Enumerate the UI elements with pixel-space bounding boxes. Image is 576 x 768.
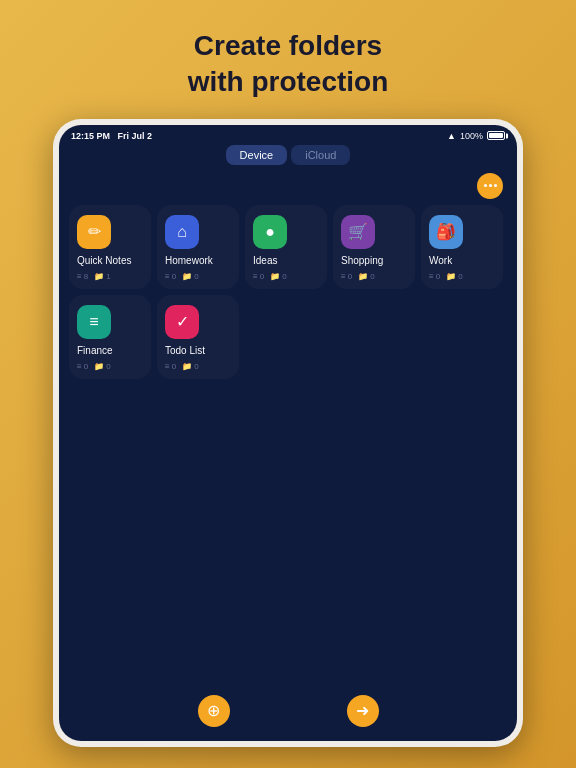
folder-name-work: Work [429,255,452,266]
folder-icon-shopping: 🛒 [341,215,375,249]
folder-meta-homework: ≡ 0 📁 0 [165,272,199,281]
folder-name-quick-notes: Quick Notes [77,255,131,266]
notes-count-homework: ≡ 0 [165,272,176,281]
folder-meta-shopping: ≡ 0 📁 0 [341,272,375,281]
headline-title: Create folders with protection [188,28,389,101]
add-note-button[interactable]: ⊕ [198,695,230,727]
subfolders-count-quick-notes: 📁 1 [94,272,110,281]
ipad-frame: 12:15 PM Fri Jul 2 ▲ 100% Device iCloud [53,119,523,747]
subfolders-count-ideas: 📁 0 [270,272,286,281]
subfolders-count-work: 📁 0 [446,272,462,281]
ipad-screen: 12:15 PM Fri Jul 2 ▲ 100% Device iCloud [59,125,517,741]
tab-icloud[interactable]: iCloud [291,145,350,165]
folder-name-ideas: Ideas [253,255,277,266]
notes-count-finance: ≡ 0 [77,362,88,371]
status-bar: 12:15 PM Fri Jul 2 ▲ 100% [59,125,517,145]
wifi-icon: ▲ [447,131,456,141]
folders-grid: ✏ Quick Notes ≡ 8 📁 1 ⌂ Homework ≡ [59,205,517,379]
folder-card-ideas[interactable]: ● Ideas ≡ 0 📁 0 [245,205,327,289]
subfolders-count-todo-list: 📁 0 [182,362,198,371]
subfolders-count-homework: 📁 0 [182,272,198,281]
tab-device[interactable]: Device [226,145,288,165]
folder-card-work[interactable]: 🎒 Work ≡ 0 📁 0 [421,205,503,289]
tab-bar: Device iCloud [59,145,517,171]
folder-name-shopping: Shopping [341,255,383,266]
folder-name-homework: Homework [165,255,213,266]
folder-card-todo-list[interactable]: ✓ Todo List ≡ 0 📁 0 [157,295,239,379]
notes-count-todo-list: ≡ 0 [165,362,176,371]
headline: Create folders with protection [188,28,389,101]
folder-name-todo-list: Todo List [165,345,205,356]
folder-card-homework[interactable]: ⌂ Homework ≡ 0 📁 0 [157,205,239,289]
battery-label: 100% [460,131,483,141]
add-icon: ⊕ [207,701,220,720]
folder-icon-work: 🎒 [429,215,463,249]
notes-count-shopping: ≡ 0 [341,272,352,281]
notes-count-ideas: ≡ 0 [253,272,264,281]
folder-name-finance: Finance [77,345,113,356]
folder-icon-todo-list: ✓ [165,305,199,339]
subfolders-count-shopping: 📁 0 [358,272,374,281]
menu-bar [59,171,517,205]
folder-meta-todo-list: ≡ 0 📁 0 [165,362,199,371]
import-icon: ➜ [356,701,369,720]
folder-meta-finance: ≡ 0 📁 0 [77,362,111,371]
folder-meta-work: ≡ 0 📁 0 [429,272,463,281]
dot1 [484,184,487,187]
folder-meta-quick-notes: ≡ 8 📁 1 [77,272,111,281]
folder-icon-homework: ⌂ [165,215,199,249]
folder-card-shopping[interactable]: 🛒 Shopping ≡ 0 📁 0 [333,205,415,289]
folder-icon-quick-notes: ✏ [77,215,111,249]
folder-meta-ideas: ≡ 0 📁 0 [253,272,287,281]
folder-card-finance[interactable]: ≡ Finance ≡ 0 📁 0 [69,295,151,379]
folder-icon-ideas: ● [253,215,287,249]
battery-icon [487,131,505,140]
menu-dots-button[interactable] [477,173,503,199]
import-button[interactable]: ➜ [347,695,379,727]
notes-count-quick-notes: ≡ 8 [77,272,88,281]
dot2 [489,184,492,187]
subfolders-count-finance: 📁 0 [94,362,110,371]
status-right: ▲ 100% [447,131,505,141]
status-time: 12:15 PM Fri Jul 2 [71,131,152,141]
notes-count-work: ≡ 0 [429,272,440,281]
folder-icon-finance: ≡ [77,305,111,339]
bottom-bar: ⊕ ➜ [59,685,517,741]
dot3 [494,184,497,187]
folder-card-quick-notes[interactable]: ✏ Quick Notes ≡ 8 📁 1 [69,205,151,289]
